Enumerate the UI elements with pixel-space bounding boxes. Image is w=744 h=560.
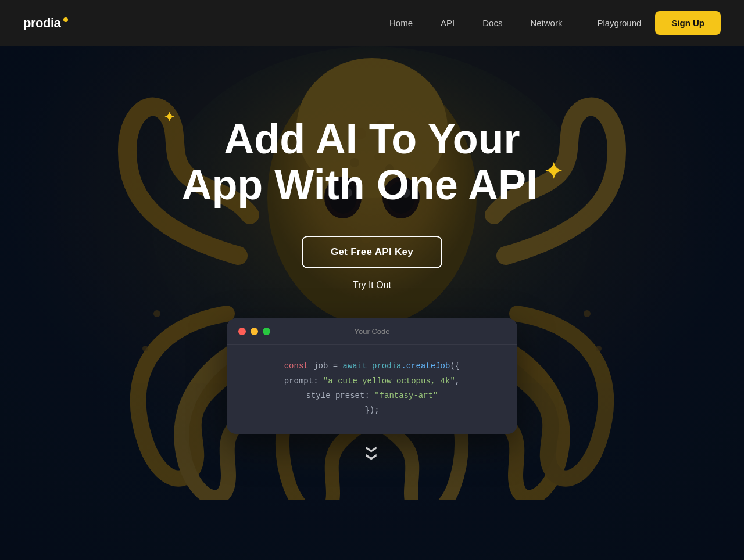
code-await: await bbox=[343, 361, 372, 371]
get-api-key-button[interactable]: Get Free API Key bbox=[302, 236, 442, 268]
scroll-indicator[interactable]: ❯ ❯ bbox=[367, 446, 376, 460]
logo[interactable]: prodia bbox=[23, 16, 68, 31]
hero-title-line2: App With One API bbox=[181, 161, 538, 208]
code-line-3: style_preset: "fantasy-art" bbox=[245, 389, 499, 403]
code-method: .createJob bbox=[401, 361, 450, 371]
nav-item-network[interactable]: Network bbox=[530, 18, 562, 28]
code-open: ({ bbox=[450, 361, 460, 371]
nav-item-home[interactable]: Home bbox=[389, 18, 413, 28]
code-body: const job = await prodia.createJob({ pro… bbox=[227, 345, 517, 434]
nav-item-docs[interactable]: Docs bbox=[482, 18, 502, 28]
traffic-light-red bbox=[238, 328, 246, 335]
signup-button[interactable]: Sign Up bbox=[655, 11, 721, 35]
code-titlebar: Your Code bbox=[227, 318, 517, 345]
code-block-container: Your Code const job = await prodia.creat… bbox=[227, 318, 517, 434]
hero-section: ✦ Add AI To Your App With One API ✦ Get … bbox=[0, 0, 744, 560]
code-prompt-value: "a cute yellow octopus, 4k" bbox=[323, 376, 455, 386]
nav-right: Playground Sign Up bbox=[597, 11, 721, 35]
code-prodia: prodia bbox=[372, 361, 401, 371]
hero-title-line1: Add AI To Your bbox=[224, 116, 520, 162]
hero-content: ✦ Add AI To Your App With One API ✦ Get … bbox=[181, 116, 562, 460]
code-style-value: "fantasy-art" bbox=[374, 391, 438, 400]
logo-text: prodia bbox=[23, 16, 60, 31]
code-eq: = bbox=[333, 361, 338, 371]
try-it-out-link[interactable]: Try It Out bbox=[353, 280, 391, 290]
sparkle-top-icon: ✦ bbox=[164, 110, 174, 124]
sparkle-right-icon: ✦ bbox=[538, 159, 563, 184]
code-const: const bbox=[284, 361, 309, 371]
code-var: job bbox=[313, 361, 333, 371]
hero-title: ✦ Add AI To Your App With One API ✦ bbox=[181, 116, 562, 208]
code-line-2: prompt: "a cute yellow octopus, 4k", bbox=[245, 374, 499, 389]
nav-playground[interactable]: Playground bbox=[597, 18, 641, 28]
code-title: Your Code bbox=[355, 327, 390, 336]
navbar: prodia Home API Docs Network Playground … bbox=[0, 0, 744, 46]
code-line-4: }); bbox=[245, 403, 499, 418]
logo-dot bbox=[63, 17, 68, 22]
nav-item-api[interactable]: API bbox=[441, 18, 455, 28]
chevron-double-icon: ❯ ❯ bbox=[367, 446, 376, 460]
traffic-lights bbox=[238, 328, 270, 335]
code-comma1: , bbox=[455, 376, 460, 386]
chevron-2: ❯ bbox=[369, 453, 376, 461]
traffic-light-green bbox=[263, 328, 270, 335]
traffic-light-yellow bbox=[251, 328, 258, 335]
code-prompt-key: prompt: bbox=[284, 376, 323, 386]
code-block: Your Code const job = await prodia.creat… bbox=[227, 318, 517, 434]
code-close: }); bbox=[364, 405, 379, 415]
code-line-1: const job = await prodia.createJob({ bbox=[245, 359, 499, 374]
code-style-key: style_preset: bbox=[306, 391, 375, 400]
nav-links: Home API Docs Network bbox=[389, 18, 562, 28]
